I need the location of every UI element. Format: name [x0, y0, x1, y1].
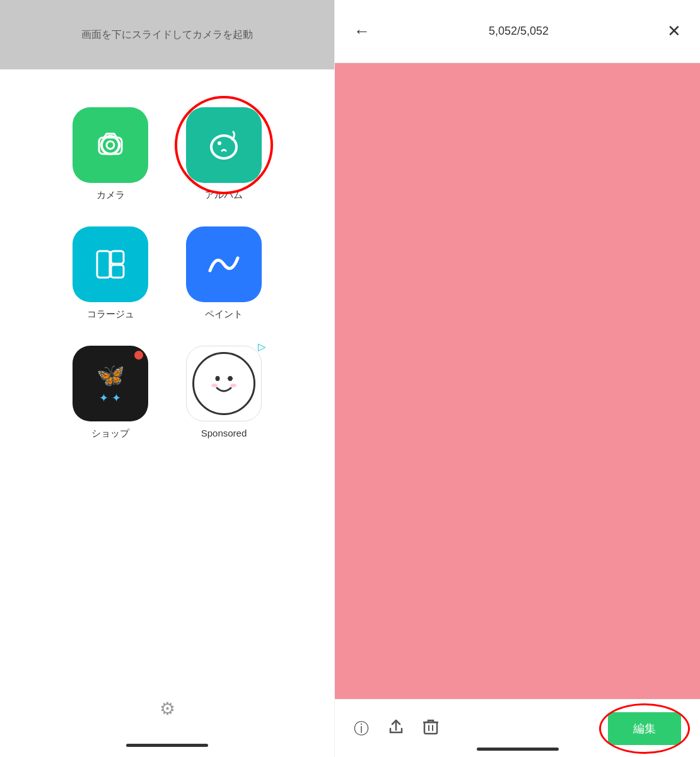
paint-svg — [205, 249, 243, 280]
svg-point-12 — [230, 384, 236, 387]
svg-rect-6 — [111, 251, 124, 264]
stars-emoji: ✦ ✦ — [99, 391, 121, 405]
left-panel: 画面を下にスライドしてカメラを起動 カメラ — [0, 0, 334, 757]
svg-point-11 — [211, 384, 218, 387]
collage-label: コラージュ — [87, 308, 134, 320]
svg-point-1 — [107, 141, 114, 149]
camera-icon-bg[interactable] — [73, 107, 148, 183]
app-item-album[interactable]: アルバム — [186, 107, 262, 201]
edit-button[interactable]: 編集 — [608, 712, 681, 745]
camera-label: カメラ — [96, 189, 125, 201]
collage-svg — [92, 246, 129, 283]
svg-point-9 — [216, 376, 220, 381]
shop-notification-dot — [134, 351, 143, 360]
photo-image — [335, 63, 700, 699]
smiley-face — [192, 352, 255, 415]
right-header: ← 5,052/5,052 ✕ — [335, 0, 700, 63]
right-panel: ← 5,052/5,052 ✕ ⓘ — [334, 0, 700, 757]
shop-icon-bg[interactable]: 🦋 ✦ ✦ — [73, 346, 148, 421]
camera-svg — [91, 126, 129, 164]
app-item-camera[interactable]: カメラ — [73, 107, 148, 201]
bottom-area: ⚙ — [160, 698, 175, 719]
collage-icon-bg[interactable] — [73, 226, 148, 302]
sponsored-icon-bg[interactable] — [186, 346, 262, 421]
right-content-area: ⓘ — [335, 63, 700, 757]
paint-icon-bg[interactable] — [186, 226, 262, 302]
share-icon[interactable] — [388, 719, 404, 739]
shop-label: ショップ — [91, 428, 129, 440]
svg-point-4 — [218, 141, 221, 145]
app-item-collage[interactable]: コラージュ — [73, 226, 148, 320]
top-bar: 画面を下にスライドしてカメラを起動 — [0, 0, 334, 69]
photo-counter: 5,052/5,052 — [489, 25, 549, 38]
svg-rect-13 — [424, 722, 437, 734]
app-item-paint[interactable]: ペイント — [186, 226, 262, 320]
paint-label: ペイント — [205, 308, 243, 320]
top-bar-text: 画面を下にスライドしてカメラを起動 — [81, 28, 253, 42]
album-icon-bg[interactable] — [186, 107, 262, 183]
close-button[interactable]: ✕ — [667, 21, 681, 41]
butterfly-emoji: 🦋 — [96, 362, 125, 389]
back-button[interactable]: ← — [354, 21, 370, 41]
app-item-sponsored[interactable]: ▷ Sponsore — [186, 346, 262, 440]
sponsored-label: Sponsored — [201, 428, 247, 438]
app-grid: カメラ アルバム — [35, 107, 300, 440]
delete-icon[interactable] — [423, 719, 438, 739]
edit-button-wrapper: 編集 — [608, 712, 681, 745]
svg-point-0 — [102, 136, 119, 154]
smiley-svg — [202, 361, 246, 406]
album-label: アルバム — [205, 189, 243, 201]
bottom-icons: ⓘ — [354, 719, 438, 739]
home-indicator-right — [477, 748, 559, 751]
home-indicator-left — [126, 744, 208, 747]
album-svg — [204, 126, 243, 165]
svg-rect-7 — [111, 265, 124, 278]
app-item-shop[interactable]: 🦋 ✦ ✦ ショップ — [73, 346, 148, 440]
svg-rect-5 — [97, 251, 110, 278]
info-icon[interactable]: ⓘ — [354, 719, 369, 739]
gear-icon[interactable]: ⚙ — [160, 699, 175, 719]
sponsored-play-icon: ▷ — [258, 341, 265, 353]
